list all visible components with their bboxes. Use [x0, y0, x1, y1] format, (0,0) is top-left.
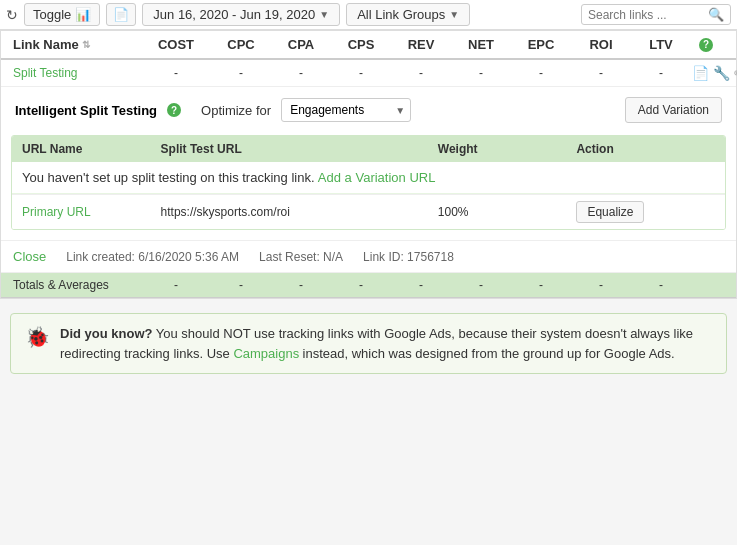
col-header-net: NET [451, 37, 511, 52]
inner-col-weight: Weight [438, 142, 577, 156]
col-header-cost: COST [141, 37, 211, 52]
primary-url-label: Primary URL [22, 205, 161, 219]
split-cps: - [331, 66, 391, 80]
split-cost: - [141, 66, 211, 80]
campaigns-link[interactable]: Campaigns [233, 346, 299, 361]
equalize-action: Equalize [576, 201, 715, 223]
totals-epc: - [511, 278, 571, 292]
date-range-button[interactable]: Jun 16, 2020 - Jun 19, 2020 ▼ [142, 3, 340, 26]
split-config-bar: Intelligent Split Testing ? Optimize for… [11, 87, 726, 133]
inner-col-splittesturl: Split Test URL [161, 142, 438, 156]
add-variation-button[interactable]: Add Variation [625, 97, 722, 123]
split-ltv: - [631, 66, 691, 80]
totals-label: Totals & Averages [1, 278, 141, 292]
totals-cost: - [141, 278, 211, 292]
totals-cpc: - [211, 278, 271, 292]
main-table: Link Name ⇅ COST CPC CPA CPS REV NET EPC… [0, 30, 737, 299]
col-header-cpc: CPC [211, 37, 271, 52]
split-testing-row: Split Testing - - - - - - - - - 📄 🔧 ✏ [1, 60, 736, 87]
totals-rev: - [391, 278, 451, 292]
inner-table: URL Name Split Test URL Weight Action Yo… [11, 135, 726, 230]
col-header-cpa: CPA [271, 37, 331, 52]
col-header-linkname: Link Name ⇅ [1, 37, 141, 52]
intelligent-split-label: Intelligent Split Testing [15, 103, 157, 118]
search-icon: 🔍 [708, 7, 724, 22]
equalize-button[interactable]: Equalize [576, 201, 644, 223]
primary-url-weight: 100% [438, 205, 577, 219]
link-groups-label: All Link Groups [357, 7, 445, 22]
split-roi: - [571, 66, 631, 80]
search-input[interactable] [588, 8, 708, 22]
toggle-button[interactable]: Toggle 📊 [24, 3, 100, 26]
inner-col-action: Action [576, 142, 715, 156]
totals-ltv: - [631, 278, 691, 292]
row-file-button[interactable]: 📄 [691, 64, 710, 82]
inner-col-urlname: URL Name [22, 142, 161, 156]
table-header: Link Name ⇅ COST CPC CPA CPS REV NET EPC… [1, 31, 736, 60]
primary-url-value: https://skysports.com/roi [161, 205, 438, 219]
optimize-for-label: Optimize for [201, 103, 271, 118]
totals-row: Totals & Averages - - - - - - - - - [1, 273, 736, 298]
col-header-cps: CPS [331, 37, 391, 52]
link-created-text: Link created: 6/16/2020 5:36 AM [66, 250, 239, 264]
col-header-rev: REV [391, 37, 451, 52]
split-cpc: - [211, 66, 271, 80]
inner-notice-row: You haven't set up split testing on this… [12, 162, 725, 194]
intelligent-help-icon[interactable]: ? [167, 103, 181, 117]
refresh-button[interactable]: ↻ [6, 7, 18, 23]
search-box: 🔍 [581, 4, 731, 25]
info-bold-text: Did you know? [60, 326, 152, 341]
totals-empty [691, 278, 721, 292]
col-header-help[interactable]: ? [691, 37, 721, 52]
expanded-section: Intelligent Split Testing ? Optimize for… [1, 87, 736, 241]
bug-icon: 🐞 [25, 325, 50, 349]
inner-table-header: URL Name Split Test URL Weight Action [12, 136, 725, 162]
info-box: 🐞 Did you know? You should NOT use track… [10, 313, 727, 374]
totals-net: - [451, 278, 511, 292]
close-link[interactable]: Close [13, 249, 46, 264]
row-link-button[interactable]: ✏ [733, 64, 737, 82]
optimize-select-wrapper: Engagements Clicks Conversions Revenue ▼ [281, 98, 411, 122]
file-icon: 📄 [113, 7, 129, 22]
help-icon[interactable]: ? [699, 38, 713, 52]
groups-chevron-icon: ▼ [449, 9, 459, 20]
split-net: - [451, 66, 511, 80]
date-chevron-icon: ▼ [319, 9, 329, 20]
last-reset-text: Last Reset: N/A [259, 250, 343, 264]
file-button[interactable]: 📄 [106, 3, 136, 26]
date-range-label: Jun 16, 2020 - Jun 19, 2020 [153, 7, 315, 22]
toggle-label: Toggle [33, 7, 71, 22]
notice-text: You haven't set up split testing on this… [22, 170, 315, 185]
add-variation-url-link[interactable]: Add a Variation URL [318, 170, 436, 185]
row-actions: 📄 🔧 ✏ [691, 64, 721, 82]
col-header-epc: EPC [511, 37, 571, 52]
totals-roi: - [571, 278, 631, 292]
link-groups-button[interactable]: All Link Groups ▼ [346, 3, 470, 26]
split-rev: - [391, 66, 451, 80]
chart-icon: 📊 [75, 7, 91, 22]
inner-data-row: Primary URL https://skysports.com/roi 10… [12, 194, 725, 229]
toolbar: ↻ Toggle 📊 📄 Jun 16, 2020 - Jun 19, 2020… [0, 0, 737, 30]
footer-info-row: Close Link created: 6/16/2020 5:36 AM La… [1, 241, 736, 273]
col-header-roi: ROI [571, 37, 631, 52]
sort-icon: ⇅ [82, 39, 90, 50]
info-end-text: instead, which was designed from the gro… [303, 346, 675, 361]
split-cpa: - [271, 66, 331, 80]
split-epc: - [511, 66, 571, 80]
optimize-select[interactable]: Engagements Clicks Conversions Revenue [281, 98, 411, 122]
link-id-text: Link ID: 1756718 [363, 250, 454, 264]
split-testing-link[interactable]: Split Testing [1, 66, 141, 80]
col-header-ltv: LTV [631, 37, 691, 52]
row-edit-button[interactable]: 🔧 [712, 64, 731, 82]
totals-cps: - [331, 278, 391, 292]
info-box-text: Did you know? You should NOT use trackin… [60, 324, 712, 363]
totals-cpa: - [271, 278, 331, 292]
